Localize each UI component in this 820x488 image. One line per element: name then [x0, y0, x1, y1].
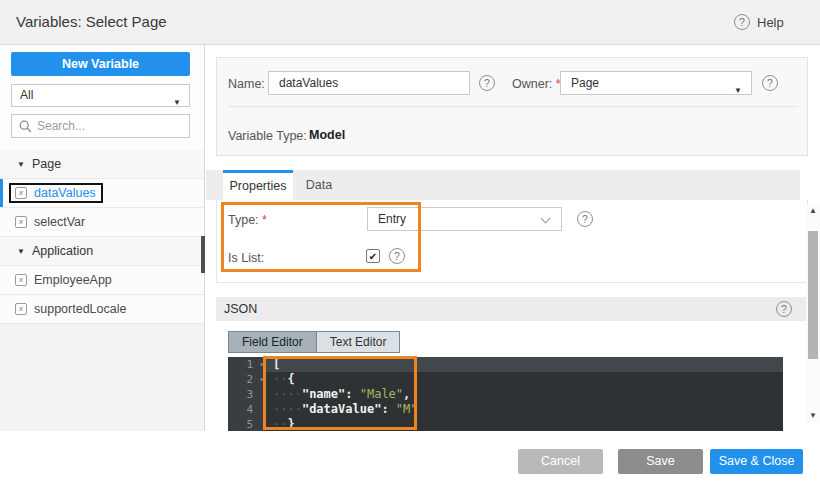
- code-line-content[interactable]: ··{: [266, 372, 783, 387]
- code-line-content[interactable]: ····"name": "Male",: [266, 387, 783, 402]
- caret-down-icon: ▼: [173, 92, 181, 113]
- variable-type-label: Variable Type:: [228, 129, 307, 143]
- code-segment: ····: [273, 387, 302, 401]
- save-button[interactable]: Save: [618, 449, 703, 474]
- is-list-checkbox[interactable]: ✔: [366, 249, 380, 263]
- owner-select[interactable]: Page ▼: [560, 71, 752, 95]
- filter-selected-value: All: [20, 88, 33, 102]
- tree-item-label: selectVar: [34, 215, 85, 229]
- tree-item-supportedLocale[interactable]: xsupportedLocale: [0, 295, 204, 324]
- save-and-close-button[interactable]: Save & Close: [710, 449, 803, 474]
- type-selected-value: Entry: [378, 212, 406, 226]
- tree-item-content: xsupportedLocale: [9, 299, 133, 319]
- tree-group-Page[interactable]: ▼Page: [0, 150, 204, 179]
- code-line-content[interactable]: ····"dataValue": "M": [266, 402, 783, 417]
- tree-item-label: dataValues: [34, 186, 96, 200]
- type-select[interactable]: Entry: [367, 207, 562, 231]
- line-number-gutter: 3: [228, 387, 266, 402]
- tree-item-content: xEmployeeApp: [9, 270, 119, 290]
- chevron-down-icon: [541, 214, 551, 224]
- type-label: Type: *: [228, 213, 267, 227]
- json-help-icon[interactable]: ?: [776, 301, 792, 317]
- editor-mode-text-editor[interactable]: Text Editor: [316, 331, 401, 353]
- code-segment: {: [287, 372, 294, 386]
- line-number-gutter: 4: [228, 402, 266, 417]
- variable-type-value: Model: [309, 128, 345, 142]
- variable-icon: x: [15, 216, 27, 228]
- variable-icon: x: [15, 303, 27, 315]
- is-list-help-icon[interactable]: ?: [389, 248, 405, 264]
- scroll-down-icon[interactable]: ▼: [806, 410, 820, 422]
- variables-dialog: Variables: Select Page ? Help New Variab…: [0, 0, 820, 488]
- tree-group-Application[interactable]: ▼Application: [0, 237, 204, 266]
- code-line-content[interactable]: ··}: [266, 417, 783, 431]
- variable-search[interactable]: [11, 114, 190, 138]
- code-segment: ··: [273, 372, 287, 386]
- name-label: Name: *: [228, 77, 273, 91]
- tab-data[interactable]: Data: [293, 170, 345, 200]
- selected-indicator-bar: [0, 179, 3, 207]
- tab-properties[interactable]: Properties: [223, 170, 293, 200]
- tree-item-label: EmployeeApp: [34, 273, 112, 287]
- json-code-editor[interactable]: 1▾[2▾··{3····"name": "Male",4····"dataVa…: [228, 357, 783, 431]
- required-marker: *: [262, 213, 267, 227]
- code-segment: ····: [273, 402, 302, 416]
- tree-item-EmployeeApp[interactable]: xEmployeeApp: [0, 266, 204, 295]
- code-line: 1▾[: [228, 357, 783, 372]
- help-icon[interactable]: ?: [734, 14, 750, 30]
- cancel-button[interactable]: Cancel: [518, 449, 603, 474]
- tree-item-dataValues[interactable]: xdataValues: [0, 179, 204, 208]
- search-input[interactable]: [37, 116, 187, 136]
- code-line-content[interactable]: [: [266, 357, 783, 372]
- line-number-gutter: 2▾: [228, 372, 266, 387]
- main-scrollbar-thumb[interactable]: [808, 231, 818, 359]
- name-help-icon[interactable]: ?: [479, 75, 495, 91]
- type-help-icon[interactable]: ?: [577, 211, 593, 227]
- help-button[interactable]: ? Help: [734, 14, 784, 30]
- name-input[interactable]: [268, 71, 470, 95]
- caret-down-icon: ▼: [734, 80, 742, 102]
- editor-mode-field-editor[interactable]: Field Editor: [228, 331, 317, 353]
- code-line: 2▾··{: [228, 372, 783, 387]
- code-segment: "M": [396, 402, 418, 416]
- code-segment: ,: [403, 387, 410, 401]
- fold-caret-icon[interactable]: ▾: [259, 372, 264, 387]
- caret-down-icon: ▼: [17, 160, 25, 169]
- variable-filter-select[interactable]: All ▼: [11, 84, 190, 107]
- json-section-title: JSON: [224, 302, 257, 316]
- editor-mode-toggle: Field EditorText Editor: [228, 331, 400, 353]
- json-section-header: JSON ?: [216, 297, 808, 321]
- variable-icon: x: [15, 187, 27, 199]
- tree-group-label: Application: [32, 244, 93, 258]
- new-variable-button[interactable]: New Variable: [11, 52, 190, 76]
- owner-help-icon[interactable]: ?: [762, 75, 778, 91]
- sidebar-empty-area: [0, 324, 204, 431]
- tree-item-label: supportedLocale: [34, 302, 126, 316]
- tree-item-content: xselectVar: [9, 212, 92, 232]
- page-title: Variables: Select Page: [16, 13, 167, 30]
- help-label[interactable]: Help: [757, 15, 784, 30]
- caret-down-icon: ▼: [17, 247, 25, 256]
- code-segment: }: [287, 417, 294, 431]
- tree-item-selectVar[interactable]: xselectVar: [0, 208, 204, 237]
- sidebar-scrollbar-thumb[interactable]: [201, 236, 205, 273]
- code-line: 3····"name": "Male",: [228, 387, 783, 402]
- line-number-gutter: 1▾: [228, 357, 266, 372]
- tree-item-content: xdataValues: [9, 183, 103, 203]
- title-bar: Variables: Select Page ? Help: [0, 0, 820, 45]
- variables-sidebar: New Variable All ▼ ▼PagexdataValuesxsele…: [0, 45, 205, 431]
- fold-caret-icon[interactable]: ▾: [259, 357, 264, 372]
- scroll-up-icon[interactable]: ▲: [806, 205, 820, 217]
- code-segment: [: [273, 357, 280, 371]
- code-segment: "Male": [360, 387, 403, 401]
- main-scrollbar[interactable]: ▲ ▼: [806, 205, 820, 422]
- card-divider: [228, 106, 798, 107]
- code-segment: "dataValue": [302, 402, 381, 416]
- tab-bar: Properties Data: [206, 170, 800, 200]
- code-line: 4····"dataValue": "M": [228, 402, 783, 417]
- tree-group-label: Page: [32, 157, 61, 171]
- is-list-label: Is List:: [228, 251, 264, 265]
- search-icon: [19, 120, 32, 133]
- code-segment: ··: [273, 417, 287, 431]
- variables-tree: ▼PagexdataValuesxselectVar▼ApplicationxE…: [0, 150, 204, 324]
